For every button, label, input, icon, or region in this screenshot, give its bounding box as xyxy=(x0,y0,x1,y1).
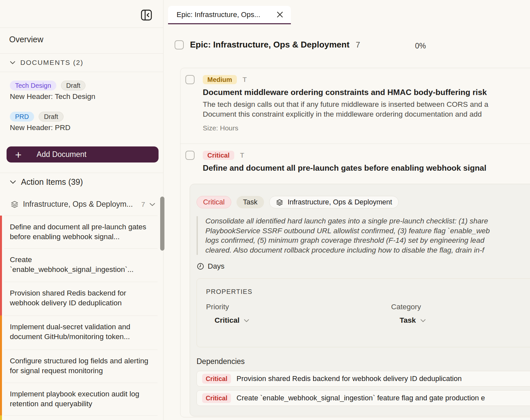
action-item[interactable]: Configure structured log fields and aler… xyxy=(0,350,163,383)
divider xyxy=(0,28,163,28)
property-priority: Priority Critical xyxy=(206,303,391,325)
property-category: Category Task xyxy=(391,303,522,325)
epic-progress: 0% xyxy=(415,42,426,50)
task-description-line: The tech design calls out that if any fu… xyxy=(203,100,530,109)
quote-line: logs confirmed, (5) minimum graph covera… xyxy=(205,236,530,245)
epic-pill-label: Infrastructure, Ops & Deployment xyxy=(288,198,392,206)
action-item-label: Implement playbook execution audit log r… xyxy=(0,383,163,409)
dependency-priority-badge: Critical xyxy=(202,374,231,384)
plus-icon: + xyxy=(15,150,22,160)
clock-icon xyxy=(197,262,204,270)
properties-box: PROPERTIES Priority Critical Category xyxy=(197,278,530,347)
document-item-badges: Tech Design Draft xyxy=(10,81,85,90)
documents-section-label: DOCUMENTS (2) xyxy=(20,59,84,67)
group-label: Infrastructure, Ops & Deploym... xyxy=(23,200,137,209)
action-item-label: Provision shared Redis backend for webho… xyxy=(0,282,163,308)
action-item-label: Configure structured log fields and aler… xyxy=(0,350,163,376)
task-card[interactable]: Critical T Define and document all pre-l… xyxy=(180,143,530,173)
priority-stripe xyxy=(0,350,2,383)
category-pill: Task xyxy=(237,196,264,208)
add-document-label: Add Document xyxy=(37,150,86,159)
document-item[interactable]: New Header: PRD xyxy=(10,124,70,132)
chevron-down-icon xyxy=(244,319,249,322)
task-type-letter: T xyxy=(243,76,247,84)
task-description-line: Document this constraint explicitly in t… xyxy=(203,109,530,119)
task-description: The tech design calls out that if any fu… xyxy=(203,100,530,119)
priority-stripe xyxy=(0,315,2,350)
close-icon[interactable] xyxy=(276,11,284,18)
task-checkbox[interactable] xyxy=(185,151,195,160)
action-items-group[interactable]: Infrastructure, Ops & Deploym... 7 xyxy=(10,200,155,209)
action-item[interactable]: Provision shared Redis backend for webho… xyxy=(0,282,163,315)
action-item[interactable]: Implement dual-secret validation and doc… xyxy=(0,315,163,350)
priority-select-value: Critical xyxy=(215,316,239,325)
group-count: 7 xyxy=(141,200,145,208)
priority-stripe xyxy=(0,415,2,420)
quote-line: Consolidate all identified hard launch g… xyxy=(205,216,530,226)
action-item[interactable]: Create `enable_webhook_signal_ingestion`… xyxy=(0,248,163,282)
layers-icon xyxy=(10,200,19,208)
task-list-container: Medium T Document middleware ordering co… xyxy=(180,68,530,417)
task-checkbox[interactable] xyxy=(185,75,195,84)
quote-line: cleared. Also document rollback procedur… xyxy=(205,245,530,255)
dependency-label: Create `enable_webhook_signal_ingestion`… xyxy=(237,394,485,402)
doc-status-badge: Draft xyxy=(61,81,85,90)
sidebar-scrollbar-thumb[interactable] xyxy=(160,197,164,251)
epic-pill[interactable]: Infrastructure, Ops & Deployment xyxy=(269,196,399,208)
priority-select[interactable]: Critical xyxy=(206,316,391,325)
priority-pill: Critical xyxy=(197,196,231,208)
category-label: Category xyxy=(391,303,522,311)
task-type-letter: T xyxy=(240,151,244,159)
add-document-button[interactable]: + Add Document xyxy=(7,146,159,162)
action-item[interactable]: Implement playbook execution audit log r… xyxy=(0,383,163,415)
doc-type-badge: Tech Design xyxy=(10,81,56,90)
chevron-down-icon xyxy=(420,319,426,322)
action-item[interactable]: Define and document all pre-launch gates… xyxy=(0,216,163,248)
priority-label: Priority xyxy=(206,303,391,311)
action-items-section-label: Action Items (39) xyxy=(21,177,83,187)
action-item-label: Create `enable_webhook_signal_ingestion`… xyxy=(0,248,163,275)
collapse-sidebar-button[interactable] xyxy=(140,9,153,22)
category-select[interactable]: Task xyxy=(391,316,522,325)
divider xyxy=(0,53,163,54)
priority-stripe xyxy=(0,216,2,248)
dependency-item[interactable]: Critical Provision shared Redis backend … xyxy=(197,371,530,387)
doc-status-badge: Draft xyxy=(39,112,63,122)
collapse-sidebar-icon xyxy=(140,9,153,23)
properties-header: PROPERTIES xyxy=(206,288,530,296)
divider xyxy=(4,415,158,416)
page-title: Epic: Infrastructure, Ops & Deployment xyxy=(190,40,350,50)
task-title: Document middleware ordering constraints… xyxy=(203,88,530,97)
epic-checkbox[interactable] xyxy=(175,40,184,49)
document-item-badges: PRD Draft xyxy=(10,112,64,122)
chevron-down-icon xyxy=(10,61,15,65)
doc-type-badge: PRD xyxy=(10,112,34,122)
task-title: Define and document all pre-launch gates… xyxy=(203,163,530,173)
action-item-label xyxy=(0,415,163,420)
divider xyxy=(4,315,158,316)
action-items-section-header[interactable]: Action Items (39) xyxy=(10,177,83,187)
priority-badge: Critical xyxy=(203,151,234,160)
priority-stripe xyxy=(0,282,2,315)
chevron-down-icon xyxy=(149,202,155,206)
tab-epic[interactable]: Epic: Infrastructure, Ops... xyxy=(168,6,291,24)
sidebar-item-overview[interactable]: Overview xyxy=(9,35,43,44)
divider xyxy=(4,383,158,383)
divider xyxy=(4,216,158,216)
task-card[interactable]: Medium T Document middleware ordering co… xyxy=(180,68,530,143)
size-value: Days xyxy=(208,262,224,271)
dependencies-header: Dependencies xyxy=(197,357,530,366)
category-select-value: Task xyxy=(400,316,416,325)
divider xyxy=(0,72,163,72)
documents-section-header[interactable]: DOCUMENTS (2) xyxy=(10,59,84,67)
task-detail-panel: Critical Task Infrastructure, Ops & Depl… xyxy=(190,184,530,416)
divider xyxy=(4,282,158,282)
action-item[interactable] xyxy=(0,415,163,420)
task-detail-quote: Consolidate all identified hard launch g… xyxy=(197,216,530,255)
layers-icon xyxy=(276,199,283,206)
task-size-label: Size: Hours xyxy=(203,124,530,132)
detail-badges-row: Critical Task Infrastructure, Ops & Depl… xyxy=(197,196,530,208)
tab-label: Epic: Infrastructure, Ops... xyxy=(177,10,276,19)
dependency-item[interactable]: Critical Create `enable_webhook_signal_i… xyxy=(197,390,530,406)
document-item[interactable]: New Header: Tech Design xyxy=(10,92,95,101)
